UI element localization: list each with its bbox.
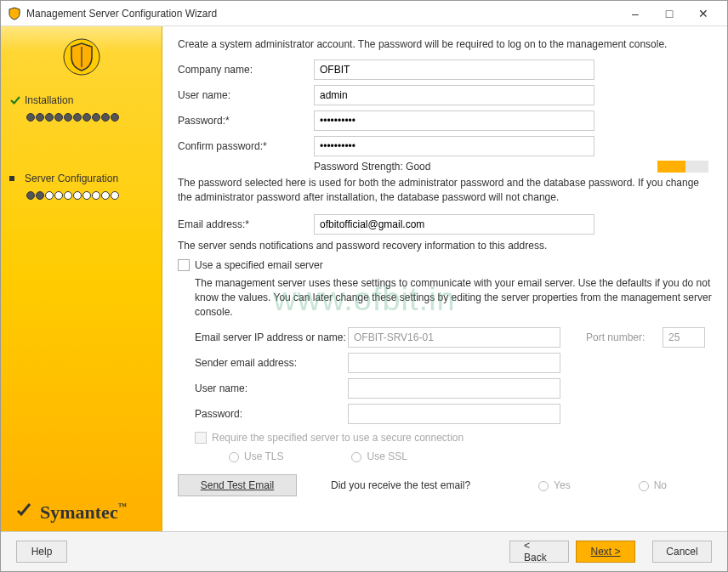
content-panel: www.ofbit.in Create a system administrat… [162, 26, 727, 531]
tls-radio [229, 452, 239, 462]
help-button[interactable]: Help [16, 541, 67, 563]
yes-radio [538, 481, 549, 491]
check-icon [9, 94, 21, 106]
footer: Help < Back Next > Cancel [1, 531, 727, 571]
srv-pw-label: Password: [195, 408, 348, 420]
ssl-radio [351, 452, 361, 462]
back-button[interactable]: < Back [509, 541, 569, 563]
sidebar-item-server-config: Server Configuration [9, 167, 153, 186]
use-server-label: Use a specified email server [195, 259, 323, 271]
port-label: Port number: [586, 331, 663, 343]
ssl-label: Use SSL [367, 450, 407, 462]
sender-input[interactable] [348, 353, 560, 373]
yes-label: Yes [554, 479, 571, 491]
confirm-password-label: Confirm password:* [178, 140, 314, 152]
wizard-window: Management Server Configuration Wizard –… [0, 0, 728, 572]
port-input[interactable] [663, 327, 705, 348]
body: Installation Server Configuration www.of… [1, 26, 727, 531]
intro-text: Create a system administrator account. T… [178, 38, 712, 50]
use-server-checkbox[interactable] [178, 259, 190, 271]
confirm-password-input[interactable] [314, 136, 594, 156]
secure-checkbox [195, 432, 207, 444]
company-label: Company name: [178, 64, 314, 76]
sidebar-label-installation: Installation [25, 94, 73, 106]
password-strength-label: Password Strength: Good [314, 161, 430, 173]
email-note: The server sends notifications and passw… [178, 239, 712, 253]
titlebar: Management Server Configuration Wizard –… [1, 1, 727, 26]
cancel-button[interactable]: Cancel [652, 541, 712, 563]
bullet-icon [9, 176, 14, 181]
next-button[interactable]: Next > [576, 541, 635, 563]
send-test-button[interactable]: Send Test Email [178, 474, 297, 496]
close-button[interactable]: ✕ [686, 2, 720, 25]
no-label: No [654, 479, 667, 491]
password-strength-bar [657, 161, 708, 173]
srv-user-label: User name: [195, 382, 348, 394]
srv-user-input[interactable] [348, 378, 560, 399]
srv-ip-input[interactable] [348, 327, 560, 348]
app-icon [8, 7, 21, 20]
progress-dots-server-config [26, 191, 153, 200]
window-title: Management Server Configuration Wizard [26, 8, 618, 20]
maximize-button[interactable]: □ [652, 2, 686, 25]
progress-dots-installation [26, 113, 153, 122]
password-input[interactable] [314, 110, 594, 131]
no-radio [639, 481, 649, 491]
username-input[interactable] [314, 85, 594, 105]
sender-label: Sender email address: [195, 357, 348, 369]
sidebar: Installation Server Configuration [1, 26, 162, 531]
tls-label: Use TLS [244, 450, 283, 462]
email-input[interactable] [314, 214, 594, 235]
secure-label: Require the specified server to use a se… [212, 432, 464, 444]
shield-icon [63, 38, 100, 76]
password-label: Password:* [178, 115, 314, 127]
company-input[interactable] [314, 59, 594, 80]
server-note: The management server uses these setting… [195, 276, 712, 319]
test-question: Did you receive the test email? [331, 479, 470, 491]
srv-pw-input[interactable] [348, 404, 560, 424]
password-note: The password selected here is used for b… [178, 176, 712, 205]
sidebar-label-server-config: Server Configuration [25, 173, 118, 184]
sidebar-item-installation: Installation [9, 89, 153, 108]
email-label: Email address:* [178, 218, 314, 230]
srv-ip-label: Email server IP address or name: [195, 331, 348, 343]
minimize-button[interactable]: – [618, 2, 652, 25]
username-label: User name: [178, 89, 314, 101]
